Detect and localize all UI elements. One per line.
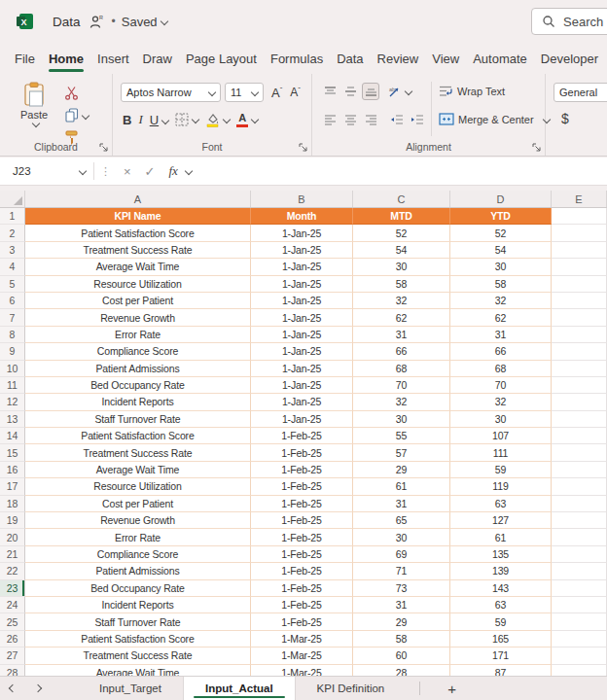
- row-header-11[interactable]: 11: [0, 377, 25, 394]
- document-title[interactable]: Data: [53, 15, 81, 29]
- align-left-button[interactable]: [321, 111, 339, 128]
- cell-a17[interactable]: Resource Utilization: [25, 478, 251, 495]
- cell-e9[interactable]: [552, 343, 607, 360]
- cell-b11[interactable]: 1-Jan-25: [251, 377, 353, 394]
- column-header-E[interactable]: E: [552, 191, 607, 207]
- font-size-select[interactable]: 11: [225, 83, 264, 102]
- cell-a3[interactable]: Treatment Success Rate: [25, 242, 251, 259]
- row-header-2[interactable]: 2: [0, 225, 25, 241]
- cell-b2[interactable]: 1-Jan-25: [251, 225, 353, 241]
- menu-tab-draw[interactable]: Draw: [136, 43, 179, 74]
- cell-d26[interactable]: 165: [450, 631, 552, 648]
- sheet-tab-input_target[interactable]: Input_Target: [78, 677, 183, 700]
- cell-a23[interactable]: Bed Occupancy Rate: [25, 580, 251, 597]
- row-header-4[interactable]: 4: [0, 259, 25, 275]
- saved-status[interactable]: Saved: [122, 15, 167, 29]
- select-all-corner[interactable]: [0, 191, 25, 207]
- number-format-select[interactable]: General: [553, 83, 607, 102]
- font-name-select[interactable]: Aptos Narrow: [121, 83, 221, 102]
- row-header-12[interactable]: 12: [0, 394, 25, 410]
- cell-b7[interactable]: 1-Jan-25: [251, 309, 353, 326]
- menu-tab-view[interactable]: View: [425, 43, 466, 74]
- shrink-font-button[interactable]: Aˇ: [290, 86, 301, 99]
- cell-b20[interactable]: 1-Feb-25: [251, 529, 353, 545]
- cell-b22[interactable]: 1-Feb-25: [251, 563, 353, 579]
- cell-b26[interactable]: 1-Mar-25: [251, 631, 353, 648]
- cell-c15[interactable]: 57: [353, 444, 450, 461]
- cell-d5[interactable]: 58: [450, 276, 552, 293]
- align-right-button[interactable]: [362, 111, 379, 128]
- wrap-text-button[interactable]: Wrap Text: [439, 85, 505, 97]
- cell-c22[interactable]: 71: [353, 563, 450, 579]
- header-cell-mtd[interactable]: MTD: [353, 208, 450, 225]
- cell-e3[interactable]: [552, 242, 607, 259]
- cell-e8[interactable]: [552, 327, 607, 343]
- cell-e10[interactable]: [552, 361, 607, 377]
- cell-c23[interactable]: 73: [353, 580, 450, 597]
- cell-c3[interactable]: 54: [353, 242, 450, 259]
- cell-d11[interactable]: 70: [450, 377, 552, 394]
- cell-e23[interactable]: [552, 580, 607, 597]
- cell-c5[interactable]: 58: [353, 276, 450, 293]
- enter-button[interactable]: ✓: [145, 164, 156, 179]
- cell-c28[interactable]: 28: [353, 665, 450, 676]
- cell-d7[interactable]: 62: [450, 309, 552, 326]
- cell-a10[interactable]: Patient Admissions: [25, 361, 251, 377]
- cell-c18[interactable]: 31: [353, 496, 450, 512]
- cell-a27[interactable]: Treatment Success Rate: [25, 648, 251, 664]
- row-header-15[interactable]: 15: [0, 444, 25, 461]
- cell-c7[interactable]: 62: [353, 309, 450, 326]
- cell-e28[interactable]: [552, 665, 607, 676]
- cell-b19[interactable]: 1-Feb-25: [251, 512, 353, 529]
- cell-d2[interactable]: 52: [450, 225, 552, 241]
- row-header-23[interactable]: 23: [0, 580, 25, 597]
- cell-a15[interactable]: Treatment Success Rate: [25, 444, 251, 461]
- cell-c10[interactable]: 68: [353, 361, 450, 377]
- cell-b4[interactable]: 1-Jan-25: [251, 259, 353, 275]
- sheet-next-button[interactable]: [25, 677, 51, 700]
- header-cell-ytd[interactable]: YTD: [450, 208, 552, 225]
- row-header-1[interactable]: 1: [0, 208, 25, 225]
- cell-c2[interactable]: 52: [353, 225, 450, 241]
- menu-tab-review[interactable]: Review: [371, 43, 426, 74]
- header-cell-kpi-name[interactable]: KPI Name: [25, 208, 251, 225]
- row-header-6[interactable]: 6: [0, 293, 25, 309]
- align-center-button[interactable]: [341, 111, 359, 128]
- row-header-5[interactable]: 5: [0, 276, 25, 293]
- cell-d21[interactable]: 135: [450, 546, 552, 563]
- cell-b27[interactable]: 1-Mar-25: [251, 648, 353, 664]
- cell-a2[interactable]: Patient Satisfaction Score: [25, 225, 251, 241]
- cell-b15[interactable]: 1-Feb-25: [251, 444, 353, 461]
- cell-e26[interactable]: [552, 631, 607, 648]
- cell-b13[interactable]: 1-Jan-25: [251, 411, 353, 428]
- cell-d6[interactable]: 32: [450, 293, 552, 309]
- menu-tab-automate[interactable]: Automate: [466, 43, 534, 74]
- column-header-A[interactable]: A: [25, 191, 251, 207]
- cell-e1[interactable]: [552, 208, 607, 225]
- bold-button[interactable]: B: [123, 113, 131, 127]
- cell-a5[interactable]: Resource Utilization: [25, 276, 251, 293]
- cell-c27[interactable]: 60: [353, 648, 450, 664]
- cell-e12[interactable]: [552, 394, 607, 410]
- cell-a13[interactable]: Staff Turnover Rate: [25, 411, 251, 428]
- cell-d24[interactable]: 63: [450, 597, 552, 613]
- row-header-27[interactable]: 27: [0, 648, 25, 664]
- menu-tab-data[interactable]: Data: [330, 43, 370, 74]
- cell-c11[interactable]: 70: [353, 377, 450, 394]
- cell-e15[interactable]: [552, 444, 607, 461]
- cell-d20[interactable]: 61: [450, 529, 552, 545]
- cell-c12[interactable]: 32: [353, 394, 450, 410]
- dialog-launcher-icon[interactable]: [99, 143, 108, 152]
- orientation-button[interactable]: ab: [388, 86, 411, 98]
- cell-e7[interactable]: [552, 309, 607, 326]
- people-icon[interactable]: R: [89, 15, 104, 29]
- cell-e16[interactable]: [552, 462, 607, 478]
- italic-button[interactable]: I: [138, 112, 142, 127]
- name-box[interactable]: J23: [0, 158, 93, 185]
- cell-c24[interactable]: 31: [353, 597, 450, 613]
- cell-a24[interactable]: Incident Reports: [25, 597, 251, 613]
- cell-e4[interactable]: [552, 259, 607, 275]
- cell-a28[interactable]: Average Wait Time: [25, 665, 251, 676]
- paste-button[interactable]: Paste: [12, 82, 56, 140]
- cell-e18[interactable]: [552, 496, 607, 512]
